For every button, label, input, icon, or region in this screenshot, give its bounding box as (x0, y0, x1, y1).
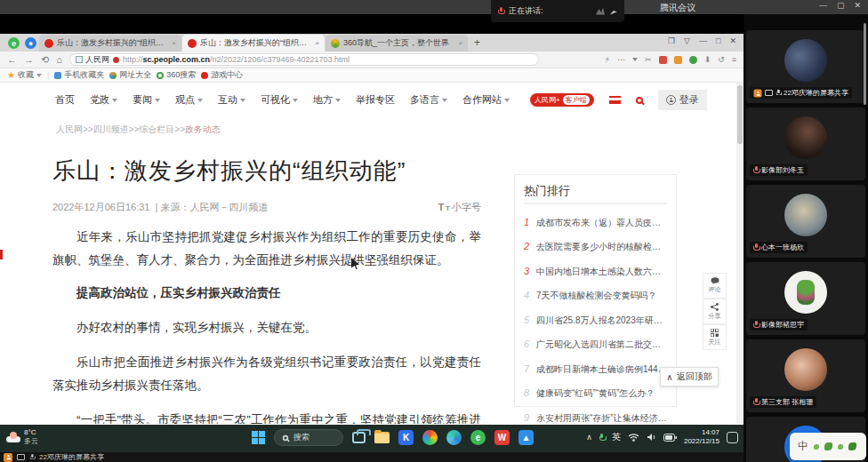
back-icon[interactable]: ← (7, 55, 17, 65)
extension-orange-icon[interactable] (674, 56, 682, 64)
hot-rank-item[interactable]: 5四川省25.8万人报名2023年研招考试 (524, 315, 667, 327)
tab-360-nav[interactable]: 360导航_一个主页，整个世界 × (326, 35, 468, 52)
flag-icon[interactable]: ▽ (684, 36, 690, 45)
divider: | (47, 71, 49, 80)
participant-tile-sharer[interactable]: 22邓庆琳的屏幕共享 (746, 30, 865, 103)
battery-icon[interactable] (663, 434, 677, 442)
hot-rank-item[interactable]: 2去医院需要多少小时的核酸检测报告？ (524, 241, 667, 253)
hot-rank-item[interactable]: 9永安村用两张“存折”让集体经济走上时间... (524, 412, 667, 425)
hot-rank-item[interactable]: 1成都市发布来（返）蓉人员疫情防控最新政策 (524, 217, 667, 229)
maximize-icon[interactable]: ▢ (837, 1, 845, 10)
favorites-button[interactable]: ★ 收藏 (7, 69, 42, 81)
participant-tile[interactable]: 心本一班杨欣 (746, 185, 865, 258)
hamburger-icon[interactable] (609, 96, 621, 104)
hot-ranking-panel: 热门排行 1成都市发布来（返）蓉人员疫情防控最新政策 2去医院需要多少小时的核酸… (514, 174, 677, 407)
bookmark-site-directory[interactable]: 网址大全 (109, 69, 151, 81)
ime-mode-label[interactable]: 中 (798, 439, 808, 454)
browser-quick-icon[interactable]: ● (25, 37, 36, 49)
compass-app-icon[interactable] (422, 430, 438, 445)
browser-close-icon[interactable]: ✕ (729, 36, 736, 45)
hot-rank-item[interactable]: 47天不做核酸检测会变黄码吗？ (524, 290, 667, 302)
url-field[interactable]: 人民网 http://sc.people.com.cn/n2/2022/1206… (69, 53, 539, 66)
participant-tile[interactable]: 影像部褚思宇 (746, 262, 865, 335)
tab-close-icon[interactable]: × (458, 39, 462, 47)
extension-green-icon[interactable] (689, 56, 697, 64)
menu-icon[interactable]: ≡ (732, 55, 736, 64)
site-name-badge[interactable]: 人民网 (76, 54, 109, 66)
search-icon[interactable] (636, 97, 643, 104)
hot-rank-item[interactable]: 3中国内地日增本土感染人数六连降 多地出... (524, 266, 667, 278)
screen-share-banner: 22邓庆琳的屏幕共享 (0, 452, 743, 462)
login-button[interactable]: 登录 (658, 90, 707, 110)
scissors-icon[interactable]: ✂ (645, 55, 652, 64)
more-icon[interactable]: ⋯ (617, 55, 625, 64)
participant-name-label: 影像部褚思宇 (750, 319, 808, 331)
download-icon[interactable]: ⬇ (704, 55, 711, 64)
wifi-icon[interactable] (628, 433, 639, 442)
hot-rank-item[interactable]: 8健康码变“红码”“黄码”怎么办？ (524, 387, 667, 400)
history-icon[interactable]: ↺ (718, 55, 725, 64)
ime-float-widget[interactable]: 中 (790, 433, 866, 460)
browser-window: e ● 乐山：激发乡村振兴的“组织… × 乐山：激发乡村振兴的“组织… × 36… (0, 34, 743, 425)
font-size-control[interactable]: TT 小字号 (438, 201, 481, 214)
sidebar-scrollbar[interactable] (864, 23, 866, 105)
new-tab-button[interactable]: + (474, 36, 480, 49)
page-scrollbar[interactable] (736, 83, 743, 424)
bookmark-360-search[interactable]: 360搜索 (157, 69, 196, 81)
tab-close-icon[interactable]: × (315, 39, 319, 47)
share-button[interactable]: 分享 (703, 299, 727, 324)
tab-close-icon[interactable]: × (172, 39, 176, 47)
download-tray-icon[interactable]: ❐ (668, 36, 675, 45)
hot-rank-item[interactable]: 6广元昭化入选四川省第二批交通强县试点名单 (524, 339, 667, 351)
tab-article-1[interactable]: 乐山：激发乡村振兴的“组织… × (39, 35, 181, 52)
notification-center-icon[interactable] (727, 432, 738, 443)
extension-red-icon[interactable] (659, 56, 667, 64)
edge-browser-icon[interactable] (446, 430, 462, 445)
taskbar-search[interactable]: 搜索 (274, 429, 343, 446)
ime-indicator[interactable]: 英 (612, 431, 621, 443)
bookmark-game-center[interactable]: 游戏中心 (201, 69, 243, 81)
participant-tile[interactable]: 第三支部 张相珊 (746, 339, 865, 412)
refresh-icon[interactable]: ⟲ (41, 55, 49, 65)
avatar (784, 194, 827, 236)
game-icon (201, 72, 208, 79)
follow-button[interactable]: 关注 (703, 324, 727, 350)
tray-mic-icon[interactable] (599, 434, 605, 442)
article-tools-rail: 评论 分享 关注 (703, 273, 727, 350)
minimize-icon[interactable]: — (819, 1, 827, 10)
article-source[interactable]: | 来源：人民网－四川频道 (155, 201, 268, 214)
home-icon[interactable]: ⌂ (56, 55, 62, 65)
browser-360-logo-icon[interactable]: e (8, 37, 20, 49)
lightning-icon[interactable]: ⚡ (605, 55, 610, 64)
collapse-arrow-icon[interactable] (610, 8, 617, 15)
people-app-badge[interactable]: 人民网+客户端 (530, 93, 594, 107)
photos-app-icon[interactable]: ▲ (518, 430, 534, 445)
screen-share-icon (17, 454, 25, 460)
speaking-indicator[interactable]: 正在讲话: (491, 0, 624, 22)
participant-tile[interactable]: 影像部刘冬玉 (746, 108, 865, 180)
bookmark-mobile-favorites[interactable]: 手机收藏夹 (54, 69, 104, 81)
360-browser-icon[interactable]: e (470, 430, 486, 445)
leaf-icon (838, 444, 843, 450)
tab-article-2-active[interactable]: 乐山：激发乡村振兴的“组织… × (182, 35, 325, 52)
k-app-icon[interactable]: K (398, 430, 414, 445)
tray-expand-icon[interactable]: ∧ (586, 433, 592, 442)
forward-icon[interactable]: → (24, 55, 34, 65)
browser-maximize-icon[interactable]: □ (716, 36, 720, 45)
hot-rank-item[interactable]: 7成都昨日新增本土确诊病例144例、本土... (524, 363, 667, 376)
article-paragraph: 办好农村的事情，实现乡村振兴，关键在党。 (52, 316, 481, 339)
weather-widget[interactable]: 8°C 多云 (6, 428, 38, 446)
start-button[interactable] (252, 431, 265, 444)
comment-button[interactable]: 评论 (703, 273, 727, 299)
scrollbar-thumb[interactable] (737, 85, 743, 144)
speaker-icon[interactable] (647, 433, 656, 442)
clock[interactable]: 14:072022/12/15 (684, 428, 719, 446)
meeting-titlebar: 腾讯会议 — ▢ ✕ (0, 0, 868, 14)
task-view-icon[interactable] (352, 432, 366, 443)
file-explorer-icon[interactable] (374, 432, 390, 443)
wps-icon[interactable]: W (494, 430, 510, 445)
browser-minimize-icon[interactable]: — (699, 36, 707, 45)
close-icon[interactable]: ✕ (854, 1, 861, 10)
chevron-down-icon[interactable] (632, 58, 638, 61)
back-to-top-button[interactable]: ∧ 返回顶部 (660, 367, 719, 386)
